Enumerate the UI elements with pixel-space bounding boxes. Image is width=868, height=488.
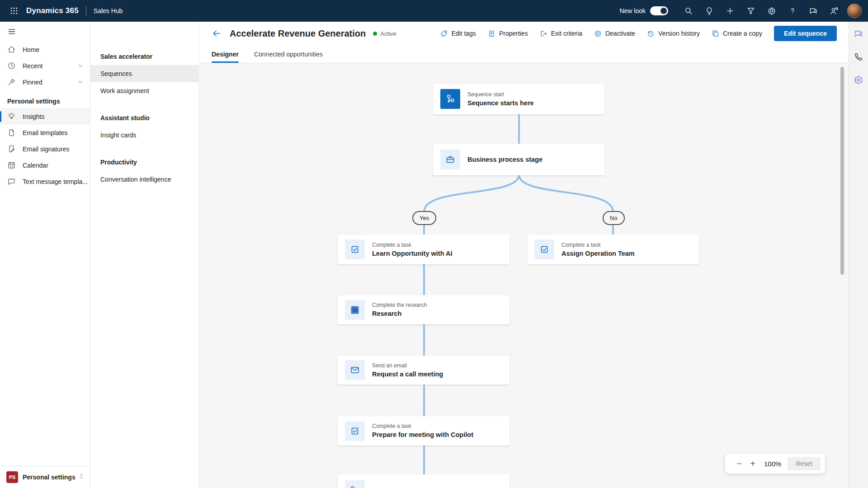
flow-node-request-call-meeting[interactable]: Send an email Request a call meeting <box>338 356 509 385</box>
node-kind: Send an email <box>372 362 443 370</box>
subnav-group-sales-accelerator: Sales accelerator <box>90 48 198 65</box>
lightbulb-icon[interactable] <box>699 0 720 22</box>
node-title: Learn Opportunity with AI <box>372 249 452 258</box>
exit-criteria-icon <box>540 30 547 38</box>
page-icon <box>7 128 16 137</box>
node-kind: Complete the research <box>372 301 427 309</box>
waffle-menu-icon[interactable] <box>6 3 22 19</box>
deactivate-icon <box>594 30 602 38</box>
people-icon[interactable] <box>824 0 844 22</box>
node-kind: Make a phone call <box>372 487 416 488</box>
zoom-out-button[interactable]: − <box>732 457 746 470</box>
sidebar-item-email-templates[interactable]: Email templates <box>0 125 90 141</box>
sidebar-item-text-message-templates[interactable]: Text message templa... <box>0 174 90 190</box>
sequence-start-icon <box>440 89 460 109</box>
tab-connected-opportunities[interactable]: Connected opportunities <box>254 51 323 63</box>
node-title: Business process stage <box>467 155 542 164</box>
app-name[interactable]: Sales Hub <box>94 7 123 14</box>
main-content: Accelerate Revenue Generation Active Edi… <box>199 22 849 488</box>
search-icon[interactable] <box>678 0 699 22</box>
subnav-item-conversation-intelligence[interactable]: Conversation intelligence <box>90 171 198 188</box>
vertical-scrollbar[interactable] <box>840 67 844 275</box>
expand-collapse-icon <box>78 473 85 482</box>
nav-section-personal-settings: Personal settings <box>0 90 90 108</box>
record-header: Accelerate Revenue Generation Active Edi… <box>199 22 849 45</box>
connector-line <box>423 385 425 416</box>
branch-pill-yes[interactable]: Yes <box>412 211 436 225</box>
node-title: Assign Operation Team <box>561 249 635 258</box>
zoom-level: 100% <box>764 460 781 468</box>
deactivate-button[interactable]: Deactivate <box>592 27 637 40</box>
user-avatar[interactable] <box>847 4 862 18</box>
add-icon[interactable] <box>720 0 741 22</box>
sequence-designer-canvas[interactable]: Sequence start Sequence starts here Busi… <box>199 63 849 488</box>
new-look-toggle[interactable] <box>650 6 668 15</box>
sidebar-item-pinned[interactable]: Pinned <box>0 74 90 90</box>
feedback-icon[interactable] <box>803 0 824 22</box>
flow-node-make-phone-call[interactable]: Make a phone call <box>338 474 509 488</box>
node-kind: Sequence start <box>467 91 534 99</box>
sidebar-item-recent[interactable]: Recent <box>0 58 90 74</box>
phone-icon <box>345 480 365 488</box>
flow-node-research[interactable]: in Complete the research Research <box>338 295 509 324</box>
sidebar-item-label: Text message templa... <box>23 178 88 185</box>
command-label: Properties <box>499 30 528 37</box>
branch-pill-no[interactable]: No <box>603 211 625 225</box>
new-look-label: New look <box>619 7 646 14</box>
status-dot-icon <box>373 32 377 36</box>
subnav-item-sequences[interactable]: Sequences <box>90 65 198 82</box>
node-title: Request a call meeting <box>372 370 443 379</box>
create-a-copy-button[interactable]: Create a copy <box>710 27 764 40</box>
copilot-icon[interactable] <box>852 73 865 87</box>
phone-icon[interactable] <box>852 50 865 64</box>
toggle-knob <box>660 8 667 14</box>
node-kind: Complete a task <box>372 241 452 249</box>
sidebar-item-label: Email templates <box>23 129 68 136</box>
edit-sequence-button[interactable]: Edit sequence <box>774 26 837 41</box>
exit-criteria-button[interactable]: Exit criteria <box>538 27 584 40</box>
history-icon <box>647 30 655 38</box>
connector-line <box>423 324 425 356</box>
personal-settings-switcher[interactable]: PS Personal settings <box>0 466 90 488</box>
sidebar-item-calendar[interactable]: Calendar <box>0 157 90 174</box>
zoom-reset-button[interactable]: Reset <box>788 457 821 470</box>
signature-icon <box>7 145 16 154</box>
sidebar-item-label: Insights <box>23 113 44 120</box>
tab-designer[interactable]: Designer <box>212 51 239 63</box>
node-kind: Complete a task <box>561 241 635 249</box>
footer-label: Personal settings <box>23 474 75 481</box>
sidebar-item-email-signatures[interactable]: Email signatures <box>0 141 90 157</box>
settings-icon[interactable] <box>761 0 782 22</box>
home-icon <box>7 45 16 54</box>
task-check-icon <box>345 421 365 441</box>
properties-button[interactable]: Properties <box>486 27 530 40</box>
properties-icon <box>488 30 495 38</box>
sidebar-item-label: Recent <box>23 62 42 70</box>
zoom-in-button[interactable]: + <box>746 457 760 470</box>
back-button[interactable] <box>210 27 223 40</box>
task-check-icon <box>534 239 554 259</box>
sidebar-item-insights[interactable]: Insights <box>0 108 90 125</box>
hamburger-menu-icon[interactable] <box>0 22 90 42</box>
connector-line <box>423 224 425 235</box>
linkedin-icon: in <box>345 300 365 320</box>
chat-icon[interactable] <box>852 27 865 41</box>
node-title: Research <box>372 309 427 318</box>
edit-tags-button[interactable]: Edit tags <box>438 27 477 40</box>
sidebar-item-home[interactable]: Home <box>0 42 90 58</box>
help-icon[interactable] <box>782 0 803 22</box>
flow-node-prepare-meeting-copilot[interactable]: Complete a task Prepare for meeting with… <box>338 416 509 446</box>
command-label: Version history <box>658 30 700 37</box>
subnav-item-insight-cards[interactable]: Insight cards <box>90 127 198 144</box>
brand-title[interactable]: Dynamics 365 <box>26 6 79 15</box>
version-history-button[interactable]: Version history <box>645 27 702 40</box>
flow-node-assign-operation-team[interactable]: Complete a task Assign Operation Team <box>527 235 699 264</box>
chevron-down-icon[interactable] <box>77 62 84 70</box>
subnav-item-work-assignment[interactable]: Work assignment <box>90 82 198 99</box>
chevron-down-icon[interactable] <box>77 79 84 86</box>
flow-node-sequence-start[interactable]: Sequence start Sequence starts here <box>433 84 605 114</box>
flow-node-business-process-stage[interactable]: Business process stage <box>433 144 605 175</box>
filter-icon[interactable] <box>741 0 761 22</box>
flow-node-learn-opportunity[interactable]: Complete a task Learn Opportunity with A… <box>338 235 509 264</box>
right-side-rail <box>849 22 868 488</box>
